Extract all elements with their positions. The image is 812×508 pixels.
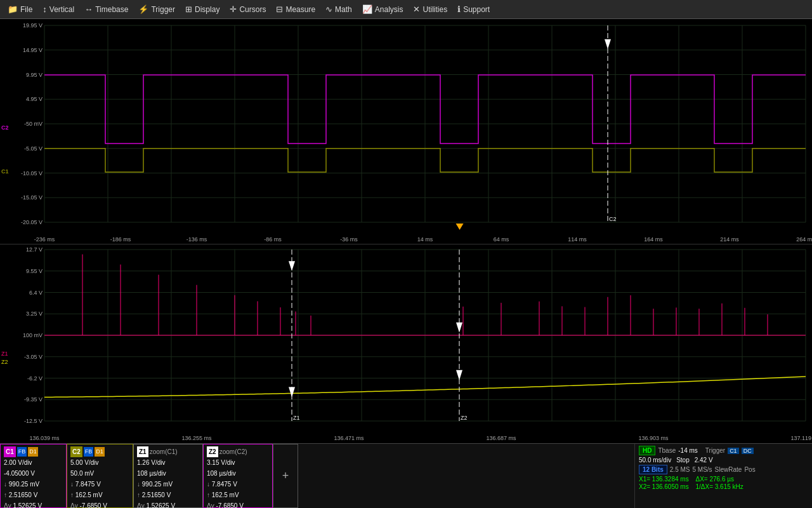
rate2: 5 MS/s	[692, 466, 712, 473]
slew-label: SlewRate	[715, 466, 742, 473]
status-bar: C1 FB D1 2.00 V/div -4.05000 V ↓ 990.25 …	[0, 443, 812, 508]
bottom-waveform-canvas	[0, 244, 812, 443]
menu-support[interactable]: ℹ Support	[452, 3, 495, 16]
menu-analysis[interactable]: 📈 Analysis	[357, 3, 409, 16]
c2-fb-badge: FB	[84, 447, 94, 457]
c2-delta: Δy -7.6850 V	[70, 500, 129, 508]
scope-area	[0, 19, 812, 443]
sample-rate: 50.0 ms/div	[639, 457, 671, 464]
c1-offset: -4.05000 V	[4, 468, 63, 479]
menu-trigger[interactable]: ⚡ Trigger	[133, 3, 180, 16]
z1-info-box: Z1 zoom(C1) 1.26 V/div 108 µs/div ↓ 990.…	[133, 444, 203, 508]
bottom-waveform-panel[interactable]	[0, 244, 812, 443]
stop-label: Stop	[676, 457, 690, 464]
z1-cursor2: ↑ 2.51650 V	[137, 490, 199, 500]
support-icon: ℹ	[457, 4, 461, 14]
z2-vdiv: 3.15 V/div	[207, 457, 269, 468]
z2-label: Z2	[207, 446, 218, 457]
z2-offset: 108 µs/div	[207, 468, 269, 479]
x2-value: X2= 136.6050 ms	[639, 483, 689, 490]
z2-info-box: Z2 zoom(C2) 3.15 V/div 108 µs/div ↓ 7.84…	[203, 444, 273, 508]
menu-measure[interactable]: ⊟ Measure	[271, 3, 320, 16]
c1-info-box: C1 FB D1 2.00 V/div -4.05000 V ↓ 990.25 …	[0, 444, 67, 508]
tbase-label: Tbase	[658, 447, 676, 454]
voltage-value: 2.42 V	[695, 457, 713, 464]
c2-cursor1: ↓ 7.8475 V	[70, 479, 129, 490]
z2-delta: Δy -7.6850 V	[207, 500, 269, 508]
x1-value: X1= 136.3284 ms	[639, 476, 689, 483]
rate1: 2.5 MS	[670, 466, 690, 473]
c1-d1-badge: D1	[28, 447, 38, 457]
inv-dx: 1/ΔX= 3.615 kHz	[695, 483, 743, 490]
menu-bar: 📁 File ↕ Vertical ↔ Timebase ⚡ Trigger ⊞…	[0, 0, 812, 19]
c2-offset: 50.0 mV	[70, 468, 129, 479]
z1-desc: zoom(C1)	[150, 446, 178, 457]
math-icon: ∿	[325, 4, 332, 14]
trigger-icon: ⚡	[138, 4, 148, 14]
z2-cursor1: ↓ 7.8475 V	[207, 479, 269, 490]
measure-icon: ⊟	[276, 4, 283, 14]
trigger-c1-badge: C1	[728, 448, 739, 454]
trigger-label: Trigger	[705, 447, 725, 454]
add-channel-button[interactable]: +	[273, 444, 298, 508]
menu-file[interactable]: 📁 File	[3, 3, 37, 16]
analysis-icon: 📈	[362, 4, 372, 14]
vertical-icon: ↕	[43, 4, 47, 14]
menu-utilities[interactable]: ✕ Utilities	[408, 3, 452, 16]
delta-x: ΔX= 276.6 µs	[695, 476, 734, 483]
trigger-dc-badge: DC	[742, 448, 754, 454]
tbase-value: -14 ms	[678, 447, 698, 454]
timebase-icon: ↔	[84, 4, 93, 14]
z1-cursor1: ↓ 990.25 mV	[137, 479, 199, 490]
c2-d1-badge: D1	[95, 447, 105, 457]
c1-delta: Δy 1.52625 V	[4, 500, 63, 508]
bits-display: 12 Bits	[639, 465, 667, 474]
hd-badge: HD	[639, 446, 655, 455]
c1-vdiv: 2.00 V/div	[4, 457, 63, 468]
menu-cursors[interactable]: ✛ Cursors	[225, 3, 271, 16]
z1-vdiv: 1.26 V/div	[137, 457, 199, 468]
c1-cursor1: ↓ 990.25 mV	[4, 479, 63, 490]
z1-delta: Δy 1.52625 V	[137, 500, 199, 508]
utilities-icon: ✕	[413, 4, 420, 14]
menu-vertical[interactable]: ↕ Vertical	[37, 3, 79, 16]
top-waveform-panel[interactable]	[0, 19, 812, 244]
z1-offset: 108 µs/div	[137, 468, 199, 479]
c1-fb-badge: FB	[17, 447, 27, 457]
z1-label: Z1	[137, 446, 148, 457]
menu-timebase[interactable]: ↔ Timebase	[79, 3, 133, 16]
c2-vdiv: 5.00 V/div	[70, 457, 129, 468]
top-waveform-canvas	[0, 19, 812, 244]
pos-label: Pos	[744, 466, 755, 473]
c2-info-box: C2 FB D1 5.00 V/div 50.0 mV ↓ 7.8475 V ↑…	[67, 444, 133, 508]
z2-cursor2: ↑ 162.5 mV	[207, 490, 269, 500]
cursors-icon: ✛	[230, 4, 237, 14]
c1-label: C1	[4, 446, 16, 457]
scope-settings-panel: HD Tbase -14 ms Trigger C1 DC 50.0 ms/di…	[634, 444, 812, 508]
menu-math[interactable]: ∿ Math	[320, 3, 357, 16]
z2-desc: zoom(C2)	[219, 446, 247, 457]
c1-cursor2: ↑ 2.51650 V	[4, 490, 63, 500]
c2-cursor2: ↑ 162.5 mV	[70, 490, 129, 500]
display-icon: ⊞	[185, 4, 192, 14]
file-icon: 📁	[8, 4, 18, 14]
c2-label: C2	[70, 446, 82, 457]
menu-display[interactable]: ⊞ Display	[180, 3, 225, 16]
